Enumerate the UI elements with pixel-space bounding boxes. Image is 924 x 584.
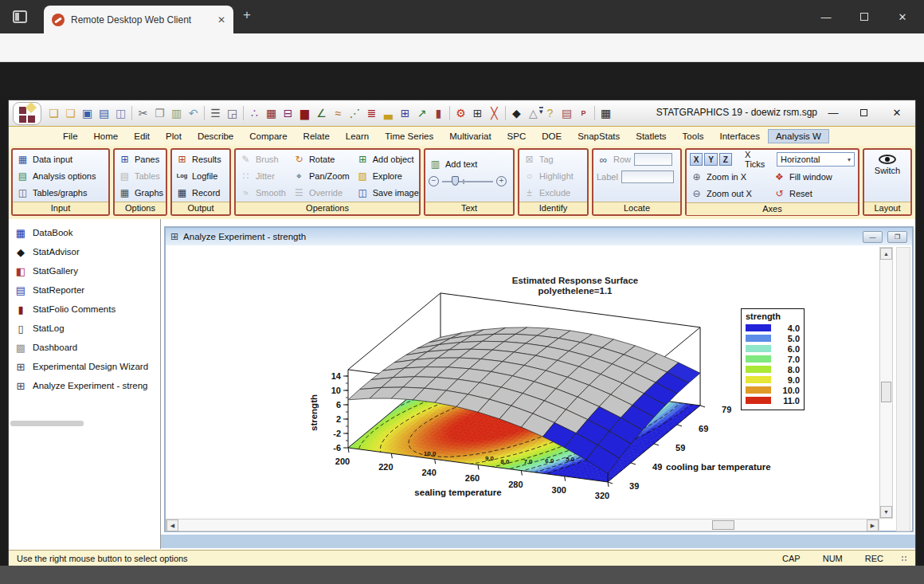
ribbon-item[interactable]: ✎ Brush — [239, 151, 286, 167]
increase-text-icon[interactable]: + — [496, 176, 507, 186]
menu-item[interactable]: Plot — [158, 129, 190, 143]
ribbon-item[interactable]: ○ Highlight — [523, 167, 584, 184]
menu-item[interactable]: SPC — [499, 129, 534, 143]
new-tab-button[interactable]: + — [243, 7, 251, 23]
decrease-text-icon[interactable]: − — [429, 176, 439, 186]
toolbar-icon[interactable] — [447, 104, 452, 123]
curvefit-icon[interactable]: ≈ — [330, 104, 346, 123]
ribbon-item[interactable]: ⊠ Tag — [523, 151, 584, 167]
sidebar-item[interactable]: ▤ StatReporter — [9, 280, 160, 300]
ribbon-item[interactable]: ◫ Save image — [356, 184, 419, 201]
save-icon[interactable]: ▣ — [79, 104, 96, 123]
controlchart-icon[interactable]: ≣ — [363, 104, 380, 123]
tab-close-icon[interactable]: ✕ — [217, 14, 225, 25]
document-titlebar[interactable]: ⊞ Analyze Experiment - strength — ❐ — [166, 228, 912, 245]
copy-icon[interactable]: ❐ — [151, 104, 168, 123]
sidebar-item[interactable]: ▮ StatFolio Comments — [9, 300, 160, 319]
ribbon-item[interactable]: ⌖ Pan/Zoom — [292, 167, 350, 184]
plot-vertical-scrollbar[interactable]: ▲ ▼ — [879, 247, 893, 519]
boxplot-icon[interactable]: ⊟ — [280, 104, 296, 123]
doc-restore-button[interactable]: ❐ — [887, 231, 907, 243]
ribbon-item[interactable]: Log Logfile — [175, 167, 226, 184]
reset-button[interactable]: ↺ Reset — [773, 185, 859, 202]
toolbar-icon[interactable] — [129, 104, 135, 123]
tile-windows-icon[interactable]: ⊞ — [469, 104, 486, 123]
doc-minimize-button[interactable]: — — [863, 231, 883, 243]
xticks-dropdown[interactable]: Horizontal ▾ — [777, 152, 855, 167]
add-text-button[interactable]: ▥ Add text — [429, 155, 510, 172]
label-input[interactable] — [621, 170, 674, 183]
menu-item[interactable]: Relate — [296, 129, 338, 143]
fill-window-button[interactable]: ❖ Fill window — [773, 168, 859, 185]
sidebar-item[interactable]: ◧ StatGallery — [9, 261, 160, 280]
zoom-in-x-button[interactable]: ⊕ Zoom in X — [690, 168, 773, 185]
menu-item[interactable]: Time Series — [377, 129, 441, 143]
ribbon-item[interactable]: ⊞ Add object — [356, 151, 419, 167]
menu-item[interactable]: Statlets — [628, 129, 674, 143]
statadvisor-cap-icon[interactable]: ◆ — [508, 104, 525, 123]
probability-icon[interactable]: ⋰ — [346, 104, 363, 123]
sidebar-item[interactable]: ▦ DataBook — [9, 223, 160, 242]
toolbar-overflow-icon[interactable]: ▾ — [539, 107, 543, 115]
ribbon-item[interactable]: ▨ Explore — [356, 167, 419, 184]
menu-item[interactable]: File — [55, 129, 86, 143]
ribbon-item[interactable]: ↻ Rotate — [292, 151, 350, 167]
hscroll-thumb[interactable] — [712, 520, 734, 530]
zoom-out-x-button[interactable]: ⊖ Zoom out X — [690, 185, 773, 202]
menu-item[interactable]: Tools — [675, 129, 712, 143]
browser-maximize-button[interactable] — [846, 0, 883, 33]
tab-search-icon[interactable] — [13, 10, 27, 23]
ribbon-item[interactable]: ▦ Graphs — [118, 184, 162, 201]
sidebar-item[interactable]: ◆ StatAdvisor — [9, 242, 160, 261]
sidebar-item[interactable]: ▩ Dashboard — [9, 338, 160, 357]
x-axis-button[interactable]: X — [690, 153, 703, 166]
open-statfolio-icon[interactable]: ❏ — [45, 104, 62, 123]
sg-minimize-button[interactable]: — — [820, 104, 847, 123]
text-size-slider[interactable]: − + — [429, 175, 510, 186]
ribbon-item[interactable]: ◫ Tables/graphs — [16, 184, 105, 201]
preferences-gear-icon[interactable]: ⚙ — [452, 104, 469, 123]
sg-maximize-button[interactable] — [850, 104, 877, 123]
datasheet-icon[interactable]: ▤ — [96, 104, 112, 123]
browser-close-button[interactable]: ✕ — [884, 0, 921, 33]
ribbon-item[interactable]: ± Exclude — [523, 184, 584, 201]
resize-grip[interactable] — [901, 555, 907, 562]
menu-item[interactable]: Edit — [126, 129, 158, 143]
menu-item[interactable]: Compare — [241, 129, 295, 143]
y-axis-button[interactable]: Y — [704, 153, 717, 166]
menu-item[interactable]: Describe — [190, 129, 241, 143]
undo-icon[interactable]: ↶ — [185, 104, 202, 123]
paste-icon[interactable]: ▥ — [168, 104, 185, 123]
toolbar-icon[interactable] — [503, 104, 508, 123]
ribbon-item[interactable]: ▦ Record — [175, 184, 226, 201]
ribbon-item[interactable]: ≈ Smooth — [239, 184, 286, 201]
browser-minimize-button[interactable]: — — [808, 0, 844, 33]
ribbon-item[interactable]: ⊞ Results — [175, 151, 226, 167]
menu-item[interactable]: Home — [86, 129, 127, 143]
scroll-right-icon[interactable]: ▶ — [867, 519, 879, 531]
scatterplot-icon[interactable]: ∴ — [246, 104, 263, 123]
crosstab-icon[interactable]: ▦ — [263, 104, 280, 123]
document-scrollbar-track[interactable] — [896, 247, 910, 531]
toolbar-icon[interactable] — [202, 104, 207, 123]
menu-item[interactable]: Interfaces — [711, 129, 768, 143]
menu-item[interactable]: SnapStats — [570, 129, 628, 143]
ribbon-item[interactable]: ▦ Data input — [16, 151, 105, 167]
minimize-all-icon[interactable]: ╳ — [486, 104, 503, 123]
browser-tab[interactable]: Remote Desktop Web Client ✕ — [44, 6, 233, 33]
trend-icon[interactable]: ↗ — [413, 104, 430, 123]
matrixplot-icon[interactable]: ⊞ — [397, 104, 413, 123]
cut-icon[interactable]: ✂ — [135, 104, 151, 123]
row-input[interactable] — [634, 153, 672, 166]
sidebar-item[interactable]: ▯ StatLog — [9, 319, 160, 338]
ribbon-item[interactable]: ∷ Jitter — [239, 167, 286, 184]
menu-item[interactable]: Learn — [338, 129, 377, 143]
switch-button[interactable]: Switch — [864, 150, 910, 202]
menu-item[interactable]: DOE — [534, 129, 570, 143]
pareto-icon[interactable]: ▃ — [380, 104, 397, 123]
ribbon-item[interactable]: ▤ Tables — [118, 167, 162, 184]
print-preview-icon[interactable]: ◲ — [224, 104, 241, 123]
open-data-icon[interactable]: ❏ — [62, 104, 79, 123]
sidebar-item[interactable]: ⊞ Analyze Experiment - streng — [9, 376, 160, 395]
histogram-icon[interactable]: ▆ — [296, 104, 313, 123]
